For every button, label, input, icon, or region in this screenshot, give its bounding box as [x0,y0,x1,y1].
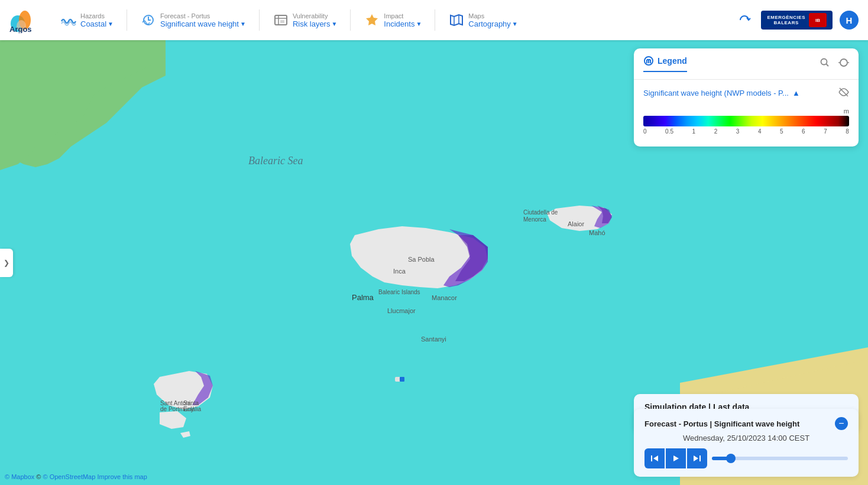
svg-rect-41 [651,455,652,461]
timeline-thumb [726,454,736,463]
svg-text:Balearic Sea: Balearic Sea [248,155,303,167]
legend-tab-icon [643,56,654,66]
nav-impact-label: Impact [384,12,422,19]
playback-play-button[interactable] [666,448,686,468]
emergencies-text-1: EMERGÈNCIES [767,15,805,20]
nav-forecast-value: Significant wave height [160,19,239,28]
legend-colorbar-container: m 0 0.5 1 2 3 4 5 6 7 8 [643,105,849,137]
credits-separator: © [36,473,43,480]
maps-icon [448,12,465,28]
legend-tab[interactable]: Legend [643,56,687,72]
vuln-chevron-icon: ▼ [331,21,337,27]
nav-hazards-text: Hazards Coastal ▼ [80,12,114,28]
wave-icon [60,12,77,28]
hazards-chevron-icon: ▼ [108,21,114,27]
emergencies-logo-badge: IB [809,13,827,27]
nav-forecast-text: Forecast - Portus Significant wave heigh… [160,12,246,28]
nav-impact-value: Incidents [384,19,414,28]
legend-unit-label: m [844,108,849,115]
playback-skip-forward-button[interactable] [687,448,707,468]
svg-text:Llucmajor: Llucmajor [387,307,416,314]
legend-tab-label: Legend [658,56,687,66]
nav-sep-4 [435,9,435,31]
argos-logo: Argos [9,7,40,33]
map-credits: © Mapbox © © OpenStreetMap Improve this … [5,473,147,480]
nav-sep-1 [127,9,127,31]
user-avatar[interactable]: H [840,11,859,30]
tick-0: 0 [643,128,647,135]
nav-item-vulnerability[interactable]: Vulnerability Risk layers ▼ [267,8,343,32]
svg-text:Balearic Islands: Balearic Islands [378,289,420,295]
legend-colorbar [643,116,849,126]
emergencies-text-2: BALEARS [774,20,799,25]
svg-text:Mahó: Mahó [589,229,605,236]
svg-rect-8 [280,20,284,23]
tick-7: 6 [802,128,805,135]
timeline-slider[interactable] [712,457,848,460]
skip-back-icon [650,454,659,463]
playback-skip-back-button[interactable] [644,448,665,468]
legend-settings-button[interactable] [838,57,849,70]
svg-text:Manacor: Manacor [432,294,457,301]
svg-text:Alaior: Alaior [568,220,584,227]
search-icon [820,57,830,68]
impact-chevron-icon: ▼ [416,21,422,27]
forecast-header: Forecast - Portus | Significant wave hei… [644,417,848,430]
eye-icon [838,87,849,97]
forecast-datetime: Wednesday, 25/10/2023 14:00 CEST [644,434,848,442]
settings-icon [838,57,849,68]
legend-body: Significant wave height (NWP models - P.… [634,80,859,147]
nav-maps-text: Maps Cartography ▼ [468,12,517,28]
nav-sep-2 [259,9,260,31]
logo-area: Argos [9,7,40,33]
refresh-icon [738,14,751,27]
tick-5: 4 [758,128,762,135]
svg-text:Inca: Inca [393,268,406,275]
svg-text:Argos: Argos [9,25,32,33]
legend-collapse-icon[interactable]: ▲ [792,89,800,97]
refresh-button[interactable] [735,11,754,30]
svg-point-35 [821,59,827,65]
tick-4: 3 [736,128,740,135]
sidebar-toggle[interactable]: ❯ [0,249,13,277]
legend-visibility-button[interactable] [838,87,849,99]
forecast-minimize-button[interactable]: − [835,417,848,430]
svg-line-40 [840,88,848,96]
svg-text:Eulàlia: Eulàlia [183,406,201,412]
legend-actions [820,57,849,70]
svg-text:Santanyi: Santanyi [421,336,446,343]
svg-line-36 [827,64,829,67]
playback-btn-group [644,448,707,468]
nav-hazards-value: Coastal [80,19,106,28]
nav-vuln-text: Vulnerability Risk layers ▼ [293,12,337,28]
nav-hazards-label: Hazards [80,12,114,19]
forecast-panel: Forecast - Portus | Significant wave hei… [634,409,859,477]
tick-9: 8 [846,128,849,135]
tick-3: 2 [714,128,718,135]
legend-search-button[interactable] [820,57,830,70]
legend-panel: Legend [634,48,859,147]
legend-layer-name: Significant wave height (NWP models - P.… [643,89,789,97]
nav-item-hazards[interactable]: Hazards Coastal ▼ [54,8,119,32]
nav-vuln-label: Vulnerability [293,12,337,19]
legend-colorbar-ticks: 0 0.5 1 2 3 4 5 6 7 8 [643,128,849,135]
osm-link[interactable]: © OpenStreetMap [43,473,96,480]
nav-maps-label: Maps [468,12,517,19]
svg-text:Palma: Palma [352,293,374,302]
legend-layer-title: Significant wave height (NWP models - P.… [643,87,849,99]
skip-forward-icon [693,454,701,463]
forecast-chevron-icon: ▼ [240,21,246,27]
header-right: EMERGÈNCIES BALEARS IB H [735,11,859,30]
nav-item-maps[interactable]: Maps Cartography ▼ [442,8,523,32]
nav-item-impact[interactable]: Impact Incidents ▼ [358,8,427,32]
improve-link[interactable]: Improve this map [97,473,147,480]
tick-8: 7 [824,128,827,135]
mapbox-link[interactable]: © Mapbox [5,473,34,480]
svg-text:Ciutadella de: Ciutadella de [523,209,558,216]
map-area[interactable]: Balearic Sea Palma Sa Pobla Inca Baleari… [0,40,868,485]
sidebar-toggle-icon: ❯ [4,259,9,267]
nav-vuln-value: Risk layers [293,19,331,28]
svg-rect-42 [699,455,701,461]
impact-icon [364,12,380,28]
nav-item-forecast[interactable]: Forecast - Portus Significant wave heigh… [134,8,252,32]
